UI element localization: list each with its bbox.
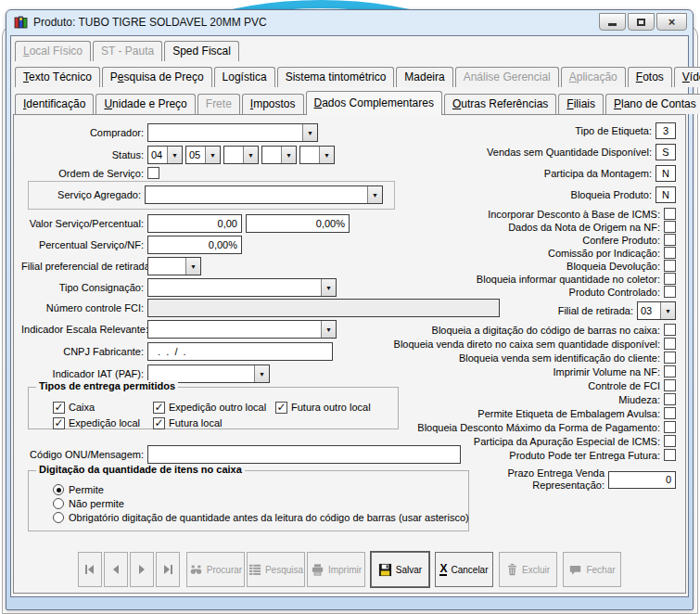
- checkbox[interactable]: [664, 421, 676, 433]
- chevron-down-icon[interactable]: ▼: [302, 124, 317, 141]
- checkbox[interactable]: [664, 435, 676, 447]
- servico-agregado-combobox[interactable]: ▼: [145, 185, 383, 204]
- checkbox[interactable]: [664, 286, 676, 298]
- chevron-down-icon[interactable]: ▼: [367, 186, 382, 203]
- tab[interactable]: Sistema tintométrico: [277, 67, 395, 87]
- status-combobox[interactable]: 04 ▼: [147, 146, 183, 164]
- checkbox[interactable]: [664, 273, 676, 285]
- tab[interactable]: Fotos: [628, 67, 672, 87]
- entrega-check-item[interactable]: Futura outro local: [275, 402, 398, 414]
- tab[interactable]: Dados Complementares: [306, 91, 442, 115]
- entrega-check-item[interactable]: Expedição local: [53, 417, 153, 429]
- text-input[interactable]: 3: [655, 122, 676, 139]
- chevron-down-icon[interactable]: ▼: [167, 147, 182, 163]
- ordem-servico-label: Ordem de Serviço:: [21, 168, 144, 179]
- prazo-entrega-input[interactable]: 0: [608, 471, 676, 489]
- chevron-down-icon[interactable]: ▼: [321, 321, 336, 338]
- checkbox[interactable]: [664, 352, 676, 364]
- close-icon: ×: [668, 16, 676, 28]
- checkbox[interactable]: [664, 449, 676, 461]
- text-input[interactable]: N: [655, 186, 676, 203]
- chevron-down-icon[interactable]: ▼: [205, 147, 220, 163]
- imprimir-button: Imprimir: [307, 552, 365, 587]
- checkbox[interactable]: [664, 234, 676, 246]
- entrega-check-item[interactable]: Caixa: [53, 402, 153, 414]
- chevron-down-icon[interactable]: ▼: [185, 258, 200, 275]
- cancelar-button[interactable]: X Cancelar: [435, 552, 493, 587]
- tab[interactable]: Plano de Contas: [605, 94, 700, 114]
- tab[interactable]: Texto Técnico: [15, 67, 100, 87]
- status-combobox[interactable]: ▼: [299, 146, 335, 164]
- tab[interactable]: Madeira: [396, 67, 452, 87]
- chevron-down-icon[interactable]: ▼: [281, 147, 296, 163]
- checkbox[interactable]: [53, 417, 65, 429]
- checkbox[interactable]: [275, 402, 287, 414]
- checkbox[interactable]: [664, 365, 676, 377]
- tab[interactable]: Identificação: [15, 94, 94, 114]
- window-title: Produto: TUBO TIGRE SOLDAVEL 20MM PVC: [33, 16, 599, 29]
- chevron-down-icon[interactable]: ▼: [319, 147, 334, 163]
- checkbox[interactable]: [664, 247, 676, 259]
- checkbox[interactable]: [664, 324, 676, 336]
- checkbox[interactable]: [664, 393, 676, 405]
- radio-button[interactable]: [53, 498, 64, 509]
- status-combobox[interactable]: 05 ▼: [185, 146, 221, 164]
- checkbox[interactable]: [664, 260, 676, 272]
- filial-preferencial-label: Filial preferencial de retirada: [21, 261, 144, 272]
- tab[interactable]: Sped Fiscal: [164, 41, 239, 61]
- printer-icon: [311, 563, 325, 576]
- chevron-down-icon[interactable]: ▼: [254, 365, 269, 382]
- ordem-servico-checkbox[interactable]: [147, 167, 159, 179]
- checkbox[interactable]: [664, 338, 676, 350]
- checkbox[interactable]: [664, 208, 676, 220]
- entrega-check-item[interactable]: Expedição outro local: [153, 402, 275, 414]
- percentual-servico-input[interactable]: 0,00%: [147, 236, 242, 254]
- radio-button[interactable]: [53, 512, 64, 523]
- nav-prev-button[interactable]: [104, 552, 128, 587]
- valor-servico-label: Valor Serviço/Percentual:: [21, 218, 144, 229]
- chevron-down-icon[interactable]: ▼: [321, 279, 336, 296]
- checkbox[interactable]: [153, 417, 165, 429]
- tab[interactable]: Filiais: [558, 94, 604, 114]
- valor-servico-input[interactable]: 0,00: [147, 214, 242, 233]
- radio-button[interactable]: [53, 484, 64, 495]
- tab[interactable]: Unidade e Preço: [95, 94, 195, 114]
- maximize-icon: [637, 19, 645, 26]
- tipo-consignacao-combobox[interactable]: ▼: [147, 278, 337, 297]
- filial-retirada-label: Filial de retirada:: [558, 305, 633, 316]
- text-input[interactable]: S: [655, 144, 676, 160]
- chevron-down-icon[interactable]: ▼: [660, 302, 675, 319]
- salvar-button[interactable]: Salvar: [371, 552, 429, 587]
- text-input[interactable]: N: [655, 165, 676, 182]
- status-combobox[interactable]: ▼: [223, 146, 259, 164]
- close-button[interactable]: ×: [656, 13, 687, 31]
- checkbox[interactable]: [664, 407, 676, 419]
- checkbox[interactable]: [153, 402, 165, 414]
- nav-next-button[interactable]: [130, 552, 154, 587]
- radio-option[interactable]: Não permite: [53, 498, 468, 509]
- tipo-consignacao-label: Tipo Consignação:: [21, 282, 144, 293]
- tab[interactable]: Logística: [214, 67, 275, 87]
- tab[interactable]: Outras Referências: [444, 94, 556, 114]
- chevron-down-icon[interactable]: ▼: [243, 147, 258, 163]
- comprador-combobox[interactable]: ▼: [147, 123, 318, 142]
- cnpj-fabricante-input[interactable]: . . / .: [147, 342, 333, 361]
- cnpj-fabricante-label: CNPJ Fabricante:: [21, 346, 144, 357]
- tab[interactable]: Vídeos: [674, 67, 700, 87]
- maximize-button[interactable]: [628, 13, 655, 31]
- filial-retirada-combobox[interactable]: 03 ▼: [637, 301, 676, 320]
- valor-percentual-input[interactable]: 0,00%: [246, 214, 350, 233]
- nav-last-button[interactable]: [156, 552, 180, 587]
- tab[interactable]: Pesquisa de Preço: [102, 67, 212, 87]
- nav-first-button[interactable]: [78, 552, 102, 587]
- indicador-escala-combobox[interactable]: ▼: [147, 320, 337, 339]
- checkbox[interactable]: [664, 379, 676, 391]
- filial-preferencial-combobox[interactable]: ▼: [147, 257, 201, 275]
- tab[interactable]: Impostos: [242, 94, 304, 114]
- entrega-check-item[interactable]: Futura local: [153, 417, 275, 429]
- checkbox[interactable]: [53, 402, 65, 414]
- checkbox[interactable]: [664, 221, 676, 233]
- minimize-button[interactable]: [599, 13, 626, 31]
- radio-option[interactable]: Obrigatório digitação de quantidade ante…: [53, 512, 468, 523]
- status-combobox[interactable]: ▼: [261, 146, 297, 164]
